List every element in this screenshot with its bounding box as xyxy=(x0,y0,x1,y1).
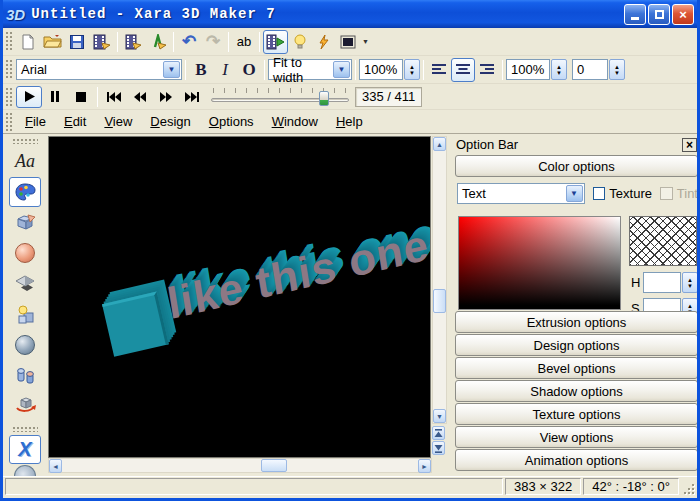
scroll-left-button[interactable]: ◄ xyxy=(49,459,62,473)
zoom-mode-combo[interactable]: Fit to width ▼ xyxy=(268,59,352,80)
display-quality-button[interactable] xyxy=(336,30,360,54)
scroll-up-button[interactable]: ▲ xyxy=(433,137,446,151)
tint-checkbox[interactable] xyxy=(660,187,673,200)
rotate-tool-button[interactable] xyxy=(9,391,41,421)
status-rotation-angles: 42° : -18° : 0° xyxy=(583,478,679,495)
bevel-tool-button[interactable] xyxy=(9,239,41,269)
hue-spinner[interactable]: ▲▼ xyxy=(682,272,698,293)
go-to-end-button[interactable] xyxy=(179,86,205,108)
chevron-down-icon[interactable]: ▼ xyxy=(333,61,350,78)
shadow-tool-button[interactable] xyxy=(9,269,41,299)
render-canvas[interactable]: like this one. xyxy=(48,136,431,458)
texture-tool-button[interactable] xyxy=(9,300,41,330)
play-button[interactable] xyxy=(16,86,42,108)
lighting-button[interactable] xyxy=(288,30,312,54)
vertical-scroll-thumb[interactable] xyxy=(433,289,446,313)
resize-grip[interactable] xyxy=(681,479,695,495)
redo-button[interactable]: ↷ xyxy=(201,30,225,54)
animation-tool-button[interactable] xyxy=(9,361,41,391)
menu-help[interactable]: Help xyxy=(327,111,372,132)
menu-design[interactable]: Design xyxy=(141,111,199,132)
menu-options[interactable]: Options xyxy=(200,111,263,132)
text-size-field[interactable]: 100% xyxy=(359,59,403,80)
export-frames-button[interactable] xyxy=(121,30,146,54)
toolbar-drag-handle[interactable] xyxy=(5,31,12,53)
texture-swatch[interactable] xyxy=(629,216,697,266)
scroll-down-button[interactable]: ▼ xyxy=(433,409,446,423)
menu-window[interactable]: Window xyxy=(263,111,327,132)
spin-down-icon[interactable]: ▼ xyxy=(556,70,562,76)
toolbar-drag-handle[interactable] xyxy=(5,59,12,81)
design-options-button[interactable]: Design options xyxy=(455,334,698,356)
outline-button[interactable]: O xyxy=(237,58,261,82)
text-size-spinner[interactable]: ▲▼ xyxy=(404,59,420,80)
animation-preview-toggle[interactable] xyxy=(263,30,288,54)
font-combo[interactable]: Arial ▼ xyxy=(16,59,182,80)
animation-options-button[interactable]: Animation options xyxy=(455,449,698,471)
horizontal-scrollbar[interactable]: ◄ ► xyxy=(48,458,432,473)
go-to-start-button[interactable] xyxy=(101,86,127,108)
color-gradient-picker[interactable] xyxy=(458,216,621,310)
export-animation-button[interactable] xyxy=(89,30,114,54)
xara-tool-button[interactable]: X xyxy=(9,435,41,465)
page-up-button[interactable] xyxy=(432,426,445,440)
vertical-scrollbar[interactable]: ▲ ▼ xyxy=(432,136,447,424)
save-button[interactable] xyxy=(65,30,89,54)
export-image-button[interactable] xyxy=(146,30,170,54)
3d-scene[interactable]: like this one. xyxy=(100,217,431,343)
toolbar-drag-handle[interactable] xyxy=(5,87,12,107)
frame-slider[interactable] xyxy=(211,87,349,107)
baseline-field[interactable]: 0 xyxy=(572,59,608,80)
menu-edit[interactable]: Edit xyxy=(55,111,95,132)
step-back-button[interactable] xyxy=(127,86,153,108)
color-target-combo[interactable]: Text ▼ xyxy=(457,183,585,204)
tracking-field[interactable]: 100% xyxy=(506,59,550,80)
stop-button[interactable] xyxy=(68,86,94,108)
shadow-options-button[interactable]: Shadow options xyxy=(455,380,698,402)
spin-down-icon[interactable]: ▼ xyxy=(687,283,693,289)
minimize-button[interactable] xyxy=(624,4,646,25)
edit-text-button[interactable]: ab xyxy=(232,30,256,54)
extrusion-tool-button[interactable] xyxy=(9,208,41,238)
align-right-button[interactable] xyxy=(475,58,499,82)
display-quality-dropdown-arrow[interactable]: ▼ xyxy=(360,38,371,45)
view-options-button[interactable]: View options xyxy=(455,426,698,448)
align-left-button[interactable] xyxy=(427,58,451,82)
texture-checkbox[interactable] xyxy=(593,187,606,200)
spin-down-icon[interactable]: ▼ xyxy=(409,70,415,76)
extrusion-options-button[interactable]: Extrusion options xyxy=(455,311,698,333)
toolbox-drag-handle[interactable] xyxy=(12,138,38,144)
menu-file[interactable]: File xyxy=(16,111,55,132)
texture-options-button[interactable]: Texture options xyxy=(455,403,698,425)
new-document-button[interactable] xyxy=(16,30,40,54)
pause-button[interactable] xyxy=(42,86,68,108)
bevel-options-button[interactable]: Bevel options xyxy=(455,357,698,379)
view-tool-button[interactable] xyxy=(9,330,41,360)
step-forward-button[interactable] xyxy=(153,86,179,108)
flash-render-button[interactable] xyxy=(312,30,336,54)
spin-down-icon[interactable]: ▼ xyxy=(614,70,620,76)
color-tool-button[interactable] xyxy=(9,177,41,207)
tracking-spinner[interactable]: ▲▼ xyxy=(551,59,567,80)
page-down-button[interactable] xyxy=(432,441,445,455)
minimize-icon xyxy=(631,17,639,20)
option-bar-close-button[interactable]: × xyxy=(682,138,697,152)
color-options-button[interactable]: Color options xyxy=(455,155,698,177)
align-center-button[interactable] xyxy=(451,58,475,82)
toolbar-drag-handle[interactable] xyxy=(5,112,12,130)
baseline-spinner[interactable]: ▲▼ xyxy=(609,59,625,80)
close-button[interactable]: × xyxy=(672,4,694,25)
maximize-button[interactable] xyxy=(648,4,670,25)
undo-button[interactable]: ↶ xyxy=(177,30,201,54)
scroll-right-button[interactable]: ► xyxy=(418,459,431,473)
text-tool-button[interactable]: Aa xyxy=(9,147,41,177)
italic-button[interactable]: I xyxy=(213,58,237,82)
hue-input[interactable] xyxy=(643,272,681,293)
horizontal-scroll-thumb[interactable] xyxy=(261,459,287,472)
menu-view[interactable]: View xyxy=(95,111,141,132)
bold-button[interactable]: B xyxy=(189,58,213,82)
open-file-button[interactable] xyxy=(40,30,65,54)
slider-thumb[interactable] xyxy=(319,91,329,106)
chevron-down-icon[interactable]: ▼ xyxy=(566,185,583,202)
chevron-down-icon[interactable]: ▼ xyxy=(163,61,180,78)
